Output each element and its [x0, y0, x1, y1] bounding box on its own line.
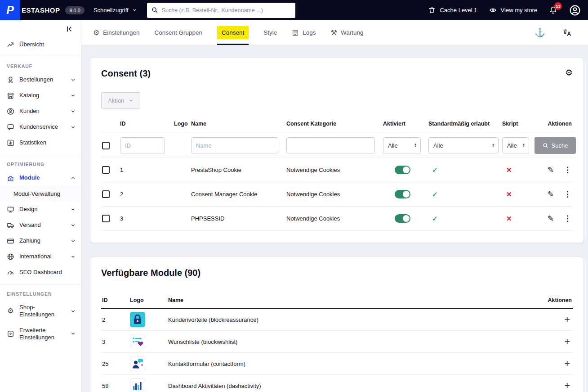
more-actions-icon[interactable]: ⋮: [564, 166, 572, 174]
search-icon: [151, 7, 158, 14]
module-name: Wunschliste (blockwishlist): [167, 331, 537, 353]
edit-icon[interactable]: ✎: [548, 190, 554, 198]
search-input[interactable]: [162, 7, 291, 14]
view-my-store-button[interactable]: View my store: [489, 6, 537, 14]
edit-icon[interactable]: ✎: [548, 166, 554, 174]
modules-panel-title: Verfügbare Module (90): [101, 268, 573, 278]
sidebar-item-statistiken[interactable]: Statistiken: [0, 135, 81, 151]
module-tabbar: ⚙ Einstellungen Consent Gruppen Consent …: [81, 20, 588, 45]
stats-icon: [7, 139, 14, 147]
bulk-action-dropdown[interactable]: Aktion: [101, 92, 140, 109]
sidebar-item-erweiterte-einstellungen[interactable]: Erweiterte Einstellungen: [0, 323, 81, 346]
panel-settings-gear-icon[interactable]: ⚙: [565, 68, 573, 77]
section-optimierung: OPTIMIERUNG: [0, 155, 81, 170]
cross-icon: ✕: [506, 190, 512, 198]
chevron-down-icon: [129, 98, 134, 103]
sidebar-item-kundenservice[interactable]: Kundenservice: [0, 119, 81, 135]
tab-style[interactable]: Style: [263, 20, 277, 45]
consent-category: Notwendige Cookies: [285, 207, 382, 231]
prestashop-logo-icon: P: [0, 0, 20, 20]
add-module-button[interactable]: +: [564, 315, 572, 324]
cache-label: Cache Level 1: [440, 7, 477, 14]
col-actions: Aktionen: [534, 116, 573, 133]
check-icon: ✓: [432, 166, 438, 174]
quick-access-dropdown[interactable]: Schnellzugriff: [94, 7, 137, 14]
col-actions: Aktionen: [537, 293, 573, 308]
globe-icon: [7, 253, 14, 261]
chevron-down-icon: [71, 207, 76, 212]
sidebar-item-bestellungen[interactable]: Bestellungen: [0, 72, 81, 88]
select-all-checkbox[interactable]: [102, 142, 110, 149]
sidebar-item-design[interactable]: Design: [0, 202, 81, 217]
account-icon[interactable]: [569, 5, 581, 16]
enabled-filter-select[interactable]: Alle▲▼: [383, 137, 421, 153]
sidebar-item-modul-verwaltung[interactable]: Modul-Verwaltung: [0, 186, 81, 202]
sidebar-item-module[interactable]: Module: [0, 170, 81, 186]
chevron-down-icon: [71, 223, 76, 228]
tab-logs[interactable]: Logs: [292, 20, 316, 45]
name-filter-input[interactable]: [191, 137, 278, 153]
id-filter-input[interactable]: [120, 137, 165, 153]
select-caret-icon: ▲▼: [522, 143, 525, 148]
advanced-settings-icon: [7, 330, 14, 338]
consent-id: 3: [119, 207, 173, 231]
chevron-down-icon: [71, 254, 76, 259]
consent-name: PrestaShop Cookie: [190, 158, 285, 182]
module-name: Dashboard Aktivitäten (dashactivity): [167, 375, 537, 392]
col-id: ID: [101, 293, 129, 308]
tab-consent[interactable]: Consent: [217, 20, 249, 45]
module-id: 58: [101, 375, 129, 392]
script-filter-select[interactable]: Alle▲▼: [502, 137, 529, 153]
more-actions-icon[interactable]: ⋮: [564, 190, 572, 198]
sidebar: Übersicht VERKAUF Bestellungen Katalog K…: [0, 20, 81, 392]
add-module-button[interactable]: +: [564, 381, 572, 391]
quick-access-label: Schnellzugriff: [94, 7, 129, 14]
chevron-down-icon: [71, 331, 76, 336]
row-checkbox[interactable]: [102, 166, 110, 174]
tab-einstellungen[interactable]: ⚙ Einstellungen: [93, 20, 139, 45]
enabled-toggle[interactable]: [395, 190, 410, 198]
sidebar-item-versand[interactable]: Versand: [0, 217, 81, 233]
sidebar-item-kunden[interactable]: Kunden: [0, 104, 81, 119]
tab-wartung[interactable]: ⚒ Wartung: [331, 20, 364, 45]
filter-search-button[interactable]: Suche: [535, 137, 576, 154]
tools-icon: ⚒: [331, 29, 337, 36]
check-icon: ✓: [432, 215, 438, 222]
row-checkbox[interactable]: [102, 215, 110, 222]
sidebar-item-uebersicht[interactable]: Übersicht: [0, 37, 81, 53]
modules-puzzle-icon: [7, 174, 14, 182]
col-id: ID: [119, 116, 173, 133]
sidebar-item-zahlung[interactable]: Zahlung: [0, 233, 81, 249]
consent-row: 1 PrestaShop Cookie Notwendige Cookies ✓…: [101, 158, 573, 182]
trash-icon: [428, 6, 436, 14]
more-actions-icon[interactable]: ⋮: [564, 214, 572, 223]
row-checkbox[interactable]: [102, 190, 110, 198]
notifications-button[interactable]: 13: [549, 6, 557, 14]
consent-panel: Consent (3) ⚙ Aktion ID Logo Name C: [90, 57, 584, 243]
prestashop-logo[interactable]: P ESTASHOP: [0, 0, 60, 20]
module-row: 25 Kontaktformular (contactfor: [101, 353, 573, 375]
add-module-button[interactable]: +: [564, 337, 572, 347]
tab-consent-gruppen[interactable]: Consent Gruppen: [154, 20, 202, 45]
customer-service-chat-icon: [7, 123, 14, 131]
sidebar-item-international[interactable]: International: [0, 249, 81, 265]
edit-icon[interactable]: ✎: [548, 214, 554, 223]
category-filter-input[interactable]: [286, 137, 375, 153]
topbar-right: Cache Level 1 View my store 13: [428, 5, 588, 16]
overview-trend-icon: [7, 41, 14, 49]
translate-icon[interactable]: [562, 28, 572, 37]
sidebar-item-katalog[interactable]: Katalog: [0, 88, 81, 104]
default-filter-select[interactable]: Alle▲▼: [428, 137, 499, 153]
anchor-icon[interactable]: ⚓: [535, 28, 545, 37]
clear-cache-button[interactable]: Cache Level 1: [428, 6, 477, 14]
view-store-label: View my store: [501, 7, 537, 14]
enabled-toggle[interactable]: [395, 166, 410, 174]
notification-count-badge: 13: [554, 2, 562, 10]
sidebar-item-shop-einstellungen[interactable]: ⚙ Shop-Einstellungen: [0, 300, 81, 323]
catalog-store-icon: [7, 92, 14, 99]
sidebar-item-seo-dashboard[interactable]: SEO Dashboard: [0, 265, 81, 280]
collapse-sidebar-button[interactable]: [66, 26, 73, 32]
enabled-toggle[interactable]: [395, 214, 410, 223]
reassurance-lock-icon: [130, 312, 145, 327]
add-module-button[interactable]: +: [564, 359, 572, 369]
